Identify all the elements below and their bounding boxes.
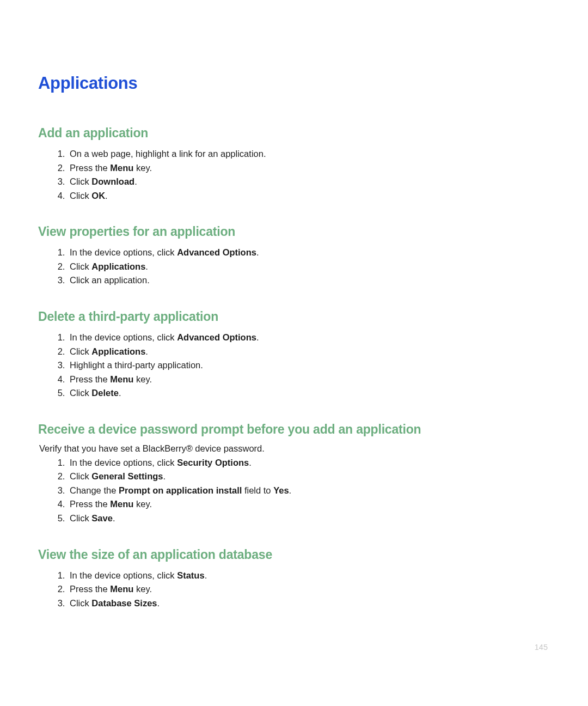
bold-text: Menu xyxy=(110,163,133,173)
section-heading: View the size of an application database xyxy=(38,547,550,562)
steps-list: In the device options, click Advanced Op… xyxy=(38,246,550,288)
document-page: Applications Add an applicationOn a web … xyxy=(0,0,588,706)
steps-list: On a web page, highlight a link for an a… xyxy=(38,147,550,203)
sections-container: Add an applicationOn a web page, highlig… xyxy=(38,126,550,610)
section-heading: Add an application xyxy=(38,126,550,141)
step-item: Click an application. xyxy=(68,273,550,288)
bold-text: General Settings xyxy=(91,471,163,481)
step-item: Click Download. xyxy=(68,175,550,189)
page-title: Applications xyxy=(38,74,550,93)
bold-text: Prompt on application install xyxy=(119,485,242,495)
bold-text: Menu xyxy=(110,374,133,384)
bold-text: OK xyxy=(91,191,105,200)
step-item: Press the Menu key. xyxy=(68,373,550,387)
step-item: Highlight a third-party application. xyxy=(68,358,550,373)
step-item: Press the Menu key. xyxy=(68,161,550,175)
bold-text: Download xyxy=(91,176,134,186)
steps-list: In the device options, click Advanced Op… xyxy=(38,331,550,400)
bold-text: Save xyxy=(91,513,113,523)
bold-text: Advanced Options xyxy=(177,247,256,257)
bold-text: Database Sizes xyxy=(91,598,157,608)
bold-text: Yes xyxy=(273,485,289,495)
bold-text: Security Options xyxy=(177,458,249,467)
step-item: Click General Settings. xyxy=(68,470,550,484)
step-item: Click Applications. xyxy=(68,345,550,359)
step-item: Change the Prompt on application install… xyxy=(68,484,550,498)
step-item: Click Save. xyxy=(68,512,550,526)
bold-text: Menu xyxy=(110,499,133,509)
step-item: In the device options, click Advanced Op… xyxy=(68,246,550,260)
steps-list: In the device options, click Status.Pres… xyxy=(38,569,550,611)
step-item: Click Applications. xyxy=(68,260,550,274)
step-item: In the device options, click Security Op… xyxy=(68,456,550,470)
step-item: In the device options, click Advanced Op… xyxy=(68,331,550,345)
bold-text: Advanced Options xyxy=(177,332,256,342)
section-heading: Delete a third-party application xyxy=(38,309,550,324)
bold-text: Menu xyxy=(110,584,133,594)
step-item: Click Database Sizes. xyxy=(68,597,550,611)
step-item: In the device options, click Status. xyxy=(68,569,550,583)
page-number: 145 xyxy=(535,643,548,652)
step-item: On a web page, highlight a link for an a… xyxy=(68,147,550,161)
bold-text: Status xyxy=(177,570,204,580)
bold-text: Applications xyxy=(91,261,145,271)
section-note: Verify that you have set a BlackBerry® d… xyxy=(39,443,550,454)
step-item: Click OK. xyxy=(68,189,550,203)
bold-text: Applications xyxy=(91,346,145,356)
bold-text: Delete xyxy=(91,388,119,398)
step-item: Press the Menu key. xyxy=(68,582,550,597)
section-heading: View properties for an application xyxy=(38,224,550,239)
section-heading: Receive a device password prompt before … xyxy=(38,422,550,437)
step-item: Press the Menu key. xyxy=(68,497,550,512)
steps-list: In the device options, click Security Op… xyxy=(38,456,550,526)
step-item: Click Delete. xyxy=(68,386,550,400)
